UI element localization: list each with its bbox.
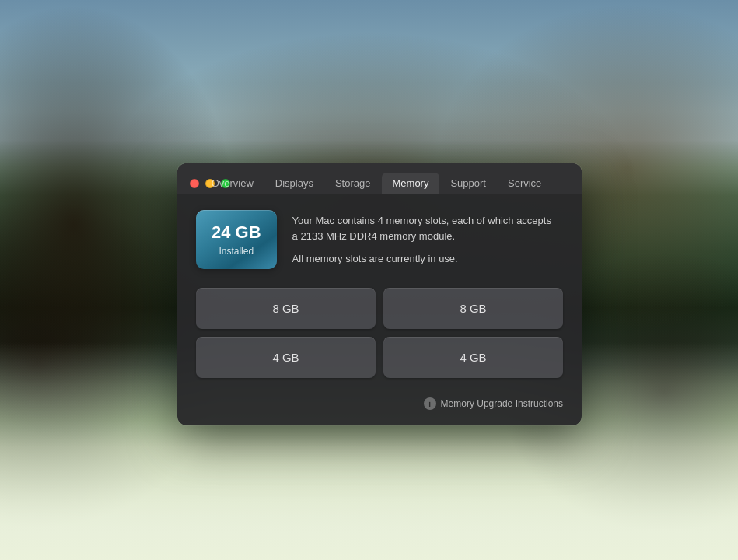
memory-slot-1: 8 GB: [196, 288, 376, 329]
memory-slot-4: 4 GB: [383, 337, 563, 378]
tab-memory[interactable]: Memory: [382, 173, 440, 194]
memory-slots-grid: 8 GB 8 GB 4 GB 4 GB: [196, 288, 563, 378]
tab-service[interactable]: Service: [497, 173, 552, 194]
window-content: 24 GB Installed Your Mac contains 4 memo…: [177, 194, 582, 425]
tab-support[interactable]: Support: [439, 173, 497, 194]
top-section: 24 GB Installed Your Mac contains 4 memo…: [196, 210, 563, 269]
info-icon: i: [424, 397, 436, 410]
about-this-mac-window: Overview Displays Storage Memory Support…: [177, 163, 582, 425]
memory-slot-2: 8 GB: [383, 288, 563, 329]
memory-description: Your Mac contains 4 memory slots, each o…: [292, 210, 551, 267]
tab-storage[interactable]: Storage: [324, 173, 382, 194]
description-paragraph-1: Your Mac contains 4 memory slots, each o…: [292, 213, 551, 243]
footer: i Memory Upgrade Instructions: [196, 394, 563, 410]
tab-bar: Overview Displays Storage Memory Support…: [184, 173, 569, 194]
description-paragraph-2: All memory slots are currently in use.: [292, 251, 551, 267]
memory-slot-3: 4 GB: [196, 337, 376, 378]
upgrade-link-label: Memory Upgrade Instructions: [441, 398, 563, 409]
memory-size: 24 GB: [212, 222, 261, 243]
tab-overview[interactable]: Overview: [201, 173, 264, 194]
memory-badge: 24 GB Installed: [196, 210, 277, 269]
tab-displays[interactable]: Displays: [264, 173, 324, 194]
memory-upgrade-link[interactable]: i Memory Upgrade Instructions: [424, 397, 563, 410]
titlebar: Overview Displays Storage Memory Support…: [177, 163, 582, 194]
memory-installed-label: Installed: [212, 246, 261, 257]
